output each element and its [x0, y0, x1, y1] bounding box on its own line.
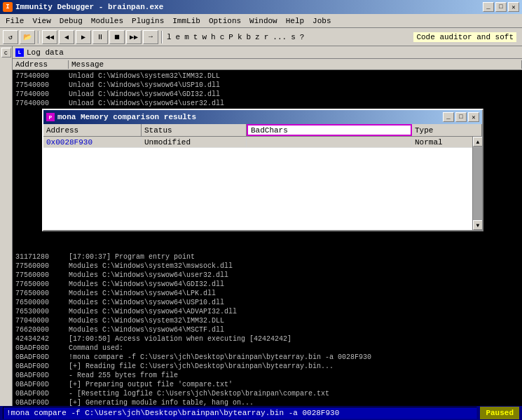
- scrollbar-down-btn[interactable]: ▼: [473, 220, 482, 230]
- scrollbar-up-btn[interactable]: ▲: [473, 137, 482, 147]
- scrollbar-track: [473, 147, 482, 220]
- modal-scrollbar: ▲ ▼: [472, 137, 482, 230]
- modal-close[interactable]: ✕: [468, 112, 479, 122]
- modal-title-bar: P mona Memory comparison results _ □ ✕: [43, 110, 482, 124]
- modal-col-type: Type: [412, 124, 482, 136]
- cell-badchars: [247, 137, 412, 147]
- modal-minimize[interactable]: _: [443, 112, 454, 122]
- main-window: I Immunity Debugger - brainpan.exe _ □ ✕…: [0, 0, 522, 420]
- modal-maximize[interactable]: □: [455, 112, 467, 122]
- modal-table-body: 0x0028F930 Unmodified Normal ▲ ▼: [43, 137, 482, 230]
- table-empty-area: [43, 148, 482, 230]
- modal-icon: P: [46, 113, 55, 121]
- modal-title: mona Memory comparison results: [57, 113, 443, 121]
- modal-col-address: Address: [43, 124, 142, 136]
- cell-status: Unmodified: [142, 137, 247, 147]
- modal-col-status: Status: [142, 124, 247, 136]
- modal-col-badchars: BadChars: [247, 124, 412, 136]
- modal-window: P mona Memory comparison results _ □ ✕ A…: [42, 109, 483, 231]
- cell-address: 0x0028F930: [43, 137, 142, 147]
- modal-overlay: P mona Memory comparison results _ □ ✕ A…: [0, 0, 522, 420]
- table-row: 0x0028F930 Unmodified Normal: [43, 137, 482, 148]
- modal-title-buttons: _ □ ✕: [443, 112, 479, 122]
- cell-type: Normal: [412, 137, 482, 147]
- modal-table-header: Address Status BadChars Type: [43, 124, 482, 137]
